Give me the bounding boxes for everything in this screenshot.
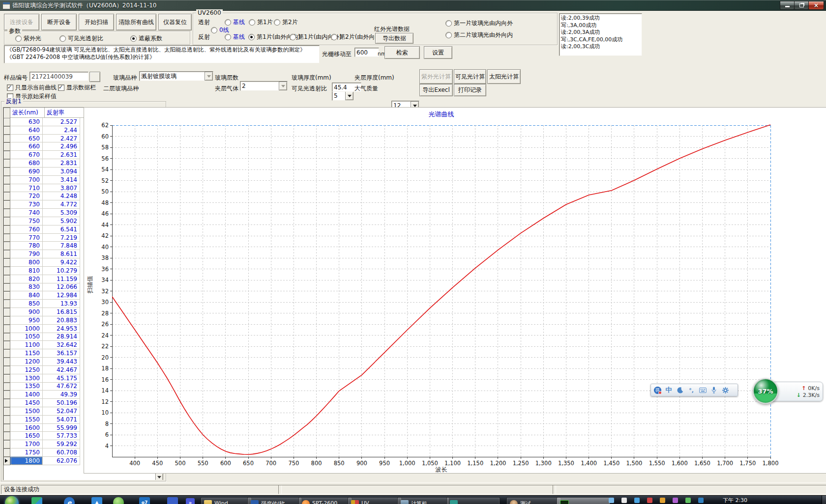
radio-visible-transmittance[interactable]: 可见光透射比	[59, 34, 103, 43]
quicklaunch-360-icon[interactable]	[113, 497, 124, 504]
fullwidth-moon-icon[interactable]	[676, 386, 684, 394]
cell-wavelength[interactable]: 780	[10, 242, 43, 250]
tray-icon[interactable]	[685, 498, 691, 503]
cell-wavelength[interactable]: 690	[10, 168, 43, 176]
cell-wavelength[interactable]: 1500	[10, 407, 43, 416]
cell-wavelength[interactable]: 950	[10, 316, 43, 325]
settings-gear-icon[interactable]	[721, 386, 729, 394]
close-button[interactable]: ×	[808, 1, 824, 10]
tray-icon[interactable]	[660, 498, 665, 503]
cell-wavelength[interactable]: 800	[10, 258, 43, 267]
quicklaunch-ie-icon[interactable]: e	[64, 497, 75, 504]
chinese-mode-icon[interactable]: 中	[665, 386, 673, 394]
cell-reflectance[interactable]: 3.807	[43, 184, 80, 193]
pinyin-logo-icon[interactable]: 拼	[654, 387, 661, 394]
cell-reflectance[interactable]: 32.642	[43, 341, 80, 349]
cell-reflectance[interactable]: 8.611	[43, 250, 80, 258]
uv-calc-button[interactable]: 紫外光计算	[419, 69, 453, 84]
quicklaunch-arrow-icon[interactable]: »	[186, 498, 195, 504]
microphone-icon[interactable]	[710, 386, 718, 394]
radio-trans-piece2[interactable]: 第2片	[274, 18, 298, 27]
quicklaunch-messenger-icon[interactable]	[31, 497, 42, 504]
cell-wavelength[interactable]: 1300	[10, 374, 43, 383]
cell-wavelength[interactable]: 820	[10, 275, 43, 283]
start-scan-button[interactable]: 开始扫描	[79, 14, 114, 30]
taskbar-item[interactable]	[557, 497, 610, 504]
grating-position-input[interactable]: 600	[354, 48, 379, 57]
cell-reflectance[interactable]: 2.44	[43, 126, 80, 135]
cell-reflectance[interactable]: 62.076	[43, 457, 80, 465]
radio-shading-coefficient[interactable]: 遮蔽系数	[130, 34, 162, 43]
chevron-down-icon[interactable]	[205, 72, 213, 81]
cell-reflectance[interactable]: 2.631	[43, 151, 80, 159]
cell-wavelength[interactable]: 1400	[10, 391, 43, 399]
tray-icon[interactable]	[621, 498, 627, 503]
cell-reflectance[interactable]: 3.414	[43, 176, 80, 184]
cell-wavelength[interactable]: 840	[10, 291, 43, 300]
quicklaunch-app-icon[interactable]	[167, 497, 178, 504]
cell-wavelength[interactable]: 900	[10, 308, 43, 316]
quicklaunch-player-icon[interactable]: ▲	[91, 497, 102, 504]
cell-wavelength[interactable]: 730	[10, 200, 43, 209]
ime-toolbar[interactable]: 拼 中 °,	[650, 384, 738, 396]
taskbar-item[interactable]: 强度传(软...	[247, 497, 302, 504]
taskbar-item[interactable]: 计算机	[397, 497, 449, 504]
cell-reflectance[interactable]: 3.094	[43, 168, 80, 176]
cell-reflectance[interactable]: 45.175	[43, 374, 80, 383]
cell-reflectance[interactable]: 57.733	[43, 432, 80, 440]
quicklaunch-office-icon[interactable]: o7	[139, 497, 150, 504]
radio-trans-baseline[interactable]: 基线	[225, 18, 245, 27]
cell-reflectance[interactable]: 60.708	[43, 448, 80, 457]
cell-reflectance[interactable]: 39.443	[43, 358, 80, 366]
cell-wavelength[interactable]: 1050	[10, 333, 43, 341]
search-button[interactable]: 检索	[384, 46, 420, 59]
cell-reflectance[interactable]: 20.883	[43, 316, 80, 325]
minimize-button[interactable]	[780, 1, 795, 10]
sample-id-aux-button[interactable]	[89, 72, 100, 82]
chevron-down-icon[interactable]	[345, 91, 354, 100]
cell-wavelength[interactable]: 680	[10, 159, 43, 168]
tray-icon[interactable]	[647, 498, 652, 503]
cell-wavelength[interactable]: 810	[10, 267, 43, 275]
checkbox-show-data-bar[interactable]: 显示数据栏	[58, 84, 96, 92]
export-data-button[interactable]: 导出数据	[375, 33, 413, 44]
instrument-reset-button[interactable]: 仪器复位	[158, 14, 192, 30]
cell-reflectance[interactable]: 2.427	[43, 135, 80, 143]
cell-reflectance[interactable]: 2.831	[43, 159, 80, 168]
cell-wavelength[interactable]: 1550	[10, 416, 43, 424]
solar-calc-button[interactable]: 太阳光计算	[487, 69, 521, 84]
cell-reflectance[interactable]: 50.196	[43, 399, 80, 407]
cell-reflectance[interactable]: 12.066	[43, 283, 80, 292]
cell-wavelength[interactable]: 1200	[10, 358, 43, 366]
cell-reflectance[interactable]: 49.39	[43, 391, 80, 399]
memory-usage-ball[interactable]: 37%	[753, 378, 778, 404]
cell-reflectance[interactable]: 4.248	[43, 192, 80, 200]
cell-reflectance[interactable]: 11.159	[43, 275, 80, 283]
cell-reflectance[interactable]: 9.422	[43, 258, 80, 267]
cell-wavelength[interactable]: 1250	[10, 366, 43, 374]
cell-reflectance[interactable]: 42.467	[43, 366, 80, 374]
cell-reflectance[interactable]: 16.815	[43, 308, 80, 316]
tray-icon[interactable]	[698, 498, 704, 503]
glass-layers-select[interactable]: 2	[240, 81, 288, 91]
cell-wavelength[interactable]: 850	[10, 300, 43, 308]
cell-wavelength[interactable]: 630	[10, 118, 43, 126]
cell-reflectance[interactable]: 7.219	[43, 234, 80, 242]
cell-wavelength[interactable]: 700	[10, 176, 43, 184]
cell-reflectance[interactable]: 2.527	[43, 118, 80, 126]
cell-reflectance[interactable]: 28.914	[43, 333, 80, 341]
cell-reflectance[interactable]: 36.157	[43, 349, 80, 358]
radio-trans-piece1[interactable]: 第1片	[249, 18, 273, 27]
taskbar-item[interactable]: Wind...	[201, 497, 252, 504]
chevron-down-icon[interactable]	[279, 82, 287, 90]
keyboard-icon[interactable]	[699, 386, 707, 394]
cell-wavelength[interactable]: 720	[10, 192, 43, 200]
cell-wavelength[interactable]: 1100	[10, 341, 43, 349]
glass-thickness-select[interactable]: 5	[332, 91, 354, 101]
visible-calc-button[interactable]: 可见光计算	[454, 69, 486, 84]
taskbar-item[interactable]: 测试...	[506, 497, 561, 504]
cell-wavelength[interactable]: 1450	[10, 399, 43, 407]
radio-uv-light[interactable]: 紫外光	[15, 34, 41, 43]
cell-wavelength[interactable]: 790	[10, 250, 43, 258]
punctuation-icon[interactable]: °,	[687, 386, 695, 394]
